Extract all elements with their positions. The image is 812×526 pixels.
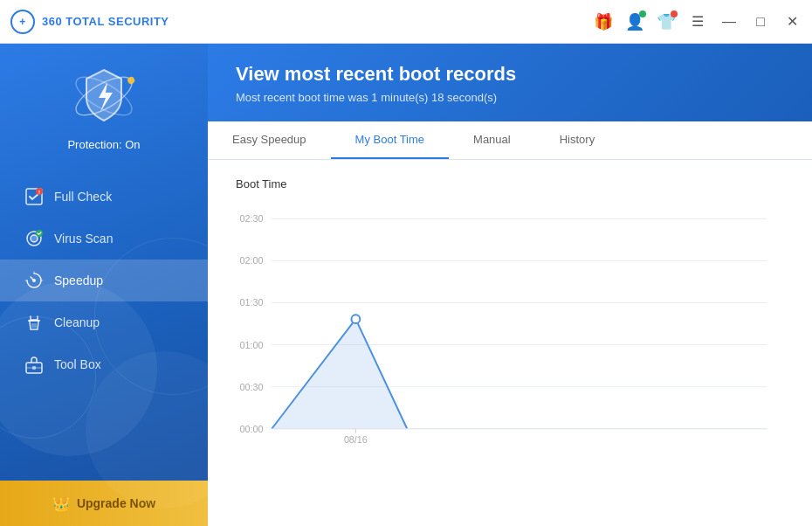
app-logo: + 360 TOTAL SECURITY [10,10,169,34]
upgrade-label: Upgrade Now [77,496,155,510]
maximize-button[interactable]: □ [747,9,774,35]
close-icon: ✕ [787,13,798,30]
maximize-icon: □ [756,14,765,30]
svg-text:00:30: 00:30 [239,382,263,392]
chart-area: Boot Time 02:30 02:00 01:30 01:00 00:30 … [208,160,812,526]
svg-marker-32 [272,319,407,429]
user-badge [639,10,646,17]
speedup-label: Speedup [54,273,103,287]
gift-button[interactable]: 🎁 [590,9,616,35]
upgrade-button[interactable]: 👑 Upgrade Now [0,481,208,526]
app-body: Protection: On ! Full Check Virus Scan [0,44,812,526]
svg-text:!: ! [38,190,40,195]
window-controls: 🎁 👤 👕 ☰ — □ ✕ [590,9,805,35]
main-content: View most recent boot records Most recen… [208,44,812,526]
protection-badge: Protection: On [67,61,140,151]
svg-point-9 [31,235,38,242]
sidebar: Protection: On ! Full Check Virus Scan [0,44,208,526]
crown-icon: 👑 [52,495,70,512]
svg-text:08/16: 08/16 [344,434,368,445]
shield-icon [69,61,139,131]
virus-scan-icon [24,229,44,248]
full-check-label: Full Check [54,190,112,204]
close-button[interactable]: ✕ [779,9,805,35]
protection-label: Protection: On [67,138,140,151]
virus-scan-label: Virus Scan [54,232,113,246]
titlebar: + 360 TOTAL SECURITY 🎁 👤 👕 ☰ — □ ✕ [0,0,812,44]
chart-title: Boot Time [236,177,784,190]
full-check-icon: ! [24,187,44,206]
content-title: View most recent boot records [236,63,784,86]
speedup-icon [24,271,44,290]
svg-point-10 [36,230,43,237]
svg-point-33 [351,315,360,323]
user-button[interactable]: 👤 [622,9,648,35]
deco-circle-1 [0,316,96,439]
shield-container [69,61,139,131]
minimize-icon: — [722,14,736,30]
chart-wrapper: 02:30 02:00 01:30 01:00 00:30 00:00 [236,204,784,449]
shirt-button[interactable]: 👕 [653,9,679,35]
svg-text:01:00: 01:00 [239,340,263,350]
svg-point-11 [32,279,36,282]
svg-text:+: + [19,16,26,28]
sidebar-item-full-check[interactable]: ! Full Check [0,176,208,218]
tab-easy-speedup[interactable]: Easy Speedup [208,121,331,159]
minimize-button[interactable]: — [716,9,742,35]
gift-icon: 🎁 [594,12,613,31]
content-header: View most recent boot records Most recen… [208,44,812,121]
tabs-bar: Easy Speedup My Boot Time Manual History [208,121,812,160]
boot-time-chart: 02:30 02:00 01:30 01:00 00:30 00:00 [236,204,784,449]
tab-history[interactable]: History [535,121,619,159]
svg-text:00:00: 00:00 [239,424,263,434]
hamburger-button[interactable]: ☰ [685,9,711,35]
logo-icon: + [10,10,35,34]
svg-text:02:30: 02:30 [239,213,263,224]
content-subtitle: Most recent boot time was 1 minute(s) 18… [236,91,784,104]
shirt-badge [671,10,678,17]
tab-my-boot-time[interactable]: My Boot Time [331,121,449,159]
svg-point-4 [127,76,136,86]
svg-text:01:30: 01:30 [239,297,263,308]
hamburger-icon: ☰ [692,13,704,30]
app-name: 360 TOTAL SECURITY [42,15,169,28]
tab-manual[interactable]: Manual [449,121,535,159]
svg-text:02:00: 02:00 [239,255,263,266]
